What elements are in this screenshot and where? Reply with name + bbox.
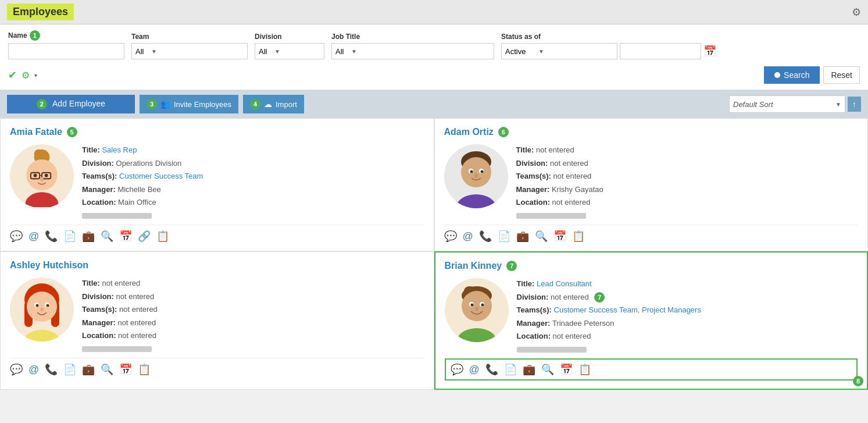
gear-icon[interactable]: ⚙ xyxy=(852,6,861,19)
name-label: Name 1 xyxy=(8,30,124,41)
search-radio-dot xyxy=(774,72,780,78)
invite-badge: 3 xyxy=(147,99,157,109)
list-icon-adam[interactable]: 📋 xyxy=(572,230,585,243)
email-icon-brian[interactable]: @ xyxy=(469,364,480,376)
svg-point-17 xyxy=(474,174,478,178)
doc-icon-amia[interactable]: 📄 xyxy=(63,230,76,243)
sort-select[interactable]: Default Sort xyxy=(730,96,832,112)
amia-title[interactable]: Sales Rep xyxy=(102,145,137,154)
sort-direction-button[interactable]: ↑ xyxy=(848,97,861,112)
card-actions-adam: 💬 @ 📞 📄 💼 🔍 📅 📋 xyxy=(444,225,859,243)
search-button[interactable]: Search xyxy=(764,66,820,84)
adam-teams: not entered xyxy=(553,172,592,180)
search-icon-ashley[interactable]: 🔍 xyxy=(101,363,113,376)
amia-teams[interactable]: Customer Success Team xyxy=(119,172,203,180)
status-dropdown-arrow: ▼ xyxy=(535,48,548,55)
ashley-division: not entered xyxy=(116,292,155,301)
search-icon-brian[interactable]: 🔍 xyxy=(541,363,554,376)
svg-point-26 xyxy=(47,304,49,307)
search-icon-amia[interactable]: 🔍 xyxy=(101,230,113,243)
card-body-ashley: Title: not entered Division: not entered… xyxy=(10,278,424,352)
svg-point-22 xyxy=(24,330,59,342)
email-icon-ashley[interactable]: @ xyxy=(28,364,39,376)
chat-icon-amia[interactable]: 💬 xyxy=(10,230,23,243)
app-title: Employees xyxy=(7,3,74,20)
employee-card-amia-fatale: Amia Fatale 5 xyxy=(0,118,434,251)
list-icon-ashley[interactable]: 📋 xyxy=(138,363,151,376)
svg-point-31 xyxy=(457,328,496,342)
briefcase-icon-ashley[interactable]: 💼 xyxy=(82,363,95,376)
email-icon-amia[interactable]: @ xyxy=(28,230,39,243)
import-button[interactable]: 4 ☁ Import xyxy=(243,95,304,113)
svg-point-36 xyxy=(475,307,478,311)
link-icon-amia[interactable]: 🔗 xyxy=(138,230,151,243)
briefcase-icon-brian[interactable]: 💼 xyxy=(523,363,535,376)
division-select[interactable]: All xyxy=(255,44,271,59)
card-body-adam: Title: not entered Division: not entered… xyxy=(444,144,859,219)
chat-icon-adam[interactable]: 💬 xyxy=(444,230,457,243)
calendar-icon-amia[interactable]: 📅 xyxy=(119,230,132,243)
svg-point-25 xyxy=(36,304,39,307)
calendar-icon-ashley[interactable]: 📅 xyxy=(119,363,132,376)
config-icon[interactable]: ⚙ xyxy=(22,70,30,81)
list-icon-amia[interactable]: 📋 xyxy=(156,230,169,243)
brian-division: not entered xyxy=(551,293,589,301)
card-body-brian: Title: Lead Consultant Division: not ent… xyxy=(445,278,858,353)
briefcase-icon-amia[interactable]: 💼 xyxy=(82,230,95,243)
division-select-wrap: All ▼ xyxy=(255,43,324,59)
amia-location: Main Office xyxy=(118,198,156,207)
cloud-upload-icon: ☁ xyxy=(264,99,272,109)
employee-card-ashley-hutchison: Ashley Hutchison xyxy=(0,251,434,390)
calendar-icon-brian[interactable]: 📅 xyxy=(560,363,573,376)
ashley-title: not entered xyxy=(102,279,140,287)
adam-title: not entered xyxy=(536,145,574,154)
name-input[interactable] xyxy=(8,43,124,59)
avatar-adam xyxy=(444,144,508,208)
team-label: Team xyxy=(131,33,248,41)
chat-icon-brian[interactable]: 💬 xyxy=(451,363,463,376)
adam-redacted xyxy=(516,213,586,219)
employee-name-adam-ortiz[interactable]: Adam Ortiz 6 xyxy=(444,127,859,137)
action-dropdown-arrow[interactable]: ▾ xyxy=(34,72,37,79)
employee-badge-6: 6 xyxy=(498,127,509,137)
team-select-wrap: All ▼ xyxy=(131,43,248,59)
doc-icon-adam[interactable]: 📄 xyxy=(498,230,510,243)
phone-icon-ashley[interactable]: 📞 xyxy=(45,363,58,376)
team-select[interactable]: All xyxy=(132,44,148,59)
doc-icon-brian[interactable]: 📄 xyxy=(504,363,517,376)
invite-employees-button[interactable]: 3 👥 Invite Employees xyxy=(140,95,238,113)
add-employee-button[interactable]: 2 Add Employee xyxy=(7,95,135,113)
employee-name-brian-kinney[interactable]: Brian Kinney 7 xyxy=(445,261,858,271)
division-label: Division xyxy=(255,33,324,41)
briefcase-icon-adam[interactable]: 💼 xyxy=(516,230,529,243)
employee-name-amia-fatale[interactable]: Amia Fatale 5 xyxy=(10,127,424,137)
calendar-icon-adam[interactable]: 📅 xyxy=(553,230,566,243)
card-actions-ashley: 💬 @ 📞 📄 💼 🔍 📅 📋 xyxy=(10,358,424,376)
status-select[interactable]: Active Inactive All xyxy=(502,44,535,59)
app-header: Employees ⚙ xyxy=(0,0,868,24)
import-badge: 4 xyxy=(250,99,260,109)
employee-name-ashley-hutchison[interactable]: Ashley Hutchison xyxy=(10,260,424,271)
filter-area: Name 1 Team All ▼ Division xyxy=(0,24,868,90)
adam-location: not entered xyxy=(552,198,591,207)
toolbar: 2 Add Employee 3 👥 Invite Employees 4 ☁ … xyxy=(0,90,868,118)
brian-teams[interactable]: Customer Success Team, Project Managers xyxy=(554,305,701,314)
reset-button[interactable]: Reset xyxy=(823,66,860,84)
status-date-input[interactable] xyxy=(620,43,701,59)
phone-icon-amia[interactable]: 📞 xyxy=(45,230,58,243)
avatar-amia xyxy=(10,144,74,208)
svg-point-7 xyxy=(34,173,37,177)
list-icon-brian[interactable]: 📋 xyxy=(578,363,591,376)
phone-icon-adam[interactable]: 📞 xyxy=(479,230,492,243)
brian-title[interactable]: Lead Consultant xyxy=(537,279,592,288)
card-info-adam: Title: not entered Division: not entered… xyxy=(516,144,859,219)
check-icon[interactable]: ✔ xyxy=(8,69,17,81)
doc-icon-ashley[interactable]: 📄 xyxy=(63,363,76,376)
search-icon-adam[interactable]: 🔍 xyxy=(535,230,548,243)
phone-icon-brian[interactable]: 📞 xyxy=(485,363,498,376)
jobtitle-select[interactable]: All xyxy=(332,44,348,59)
email-icon-adam[interactable]: @ xyxy=(463,230,473,243)
calendar-icon[interactable]: 📅 xyxy=(703,45,716,58)
svg-point-8 xyxy=(45,173,48,177)
chat-icon-ashley[interactable]: 💬 xyxy=(10,363,23,376)
